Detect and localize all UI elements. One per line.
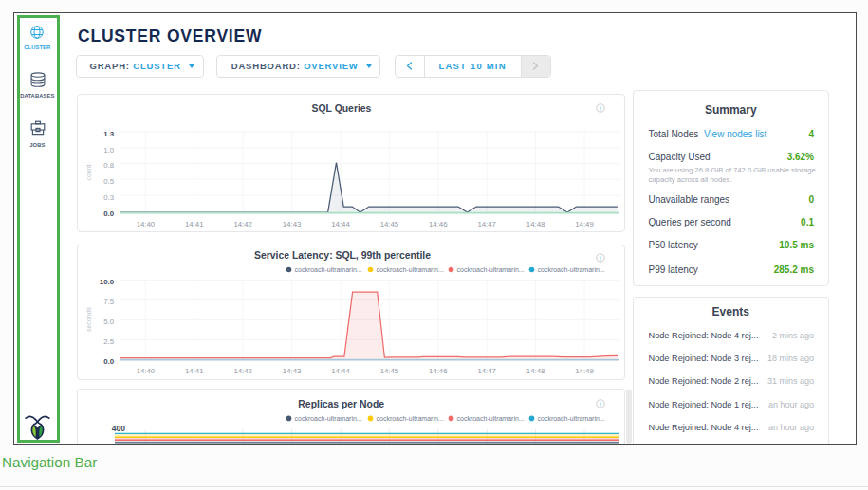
svg-text:14:49: 14:49 — [575, 220, 594, 228]
svg-text:14:41: 14:41 — [185, 367, 204, 375]
svg-text:1.3: 1.3 — [103, 129, 115, 137]
svg-text:count: count — [85, 164, 92, 180]
svg-text:Service Latency: SQL, 99th per: Service Latency: SQL, 99th percentile — [254, 250, 431, 261]
svg-text:SQL Queries: SQL Queries — [311, 103, 371, 114]
svg-text:0.3: 0.3 — [103, 192, 114, 201]
svg-text:i: i — [600, 255, 600, 262]
svg-text:Replicas per Node: Replicas per Node — [298, 398, 384, 408]
svg-text:14:46: 14:46 — [429, 367, 448, 375]
svg-text:1.0: 1.0 — [103, 145, 115, 154]
svg-text:0.8: 0.8 — [103, 161, 114, 170]
svg-text:cockroach-ultramarin...: cockroach-ultramarin... — [537, 414, 604, 421]
svg-text:cockroach-ultramarin...: cockroach-ultramarin... — [456, 414, 524, 421]
svg-text:10.0: 10.0 — [99, 278, 114, 286]
svg-text:14:45: 14:45 — [379, 367, 398, 375]
svg-text:seconds: seconds — [85, 306, 92, 332]
svg-text:5.0: 5.0 — [103, 317, 115, 325]
svg-text:cockroach-ultramarin...: cockroach-ultramarin... — [456, 266, 524, 273]
svg-text:14:47: 14:47 — [477, 220, 496, 228]
svg-text:0.0: 0.0 — [103, 356, 115, 365]
svg-text:14:42: 14:42 — [233, 367, 252, 375]
svg-text:0.0: 0.0 — [103, 209, 115, 217]
svg-text:14:46: 14:46 — [429, 220, 448, 228]
svg-text:14:48: 14:48 — [526, 367, 545, 375]
svg-text:cockroach-ultramarin...: cockroach-ultramarin... — [376, 266, 443, 273]
svg-text:cockroach-ultramarin...: cockroach-ultramarin... — [537, 266, 604, 273]
svg-text:7.5: 7.5 — [103, 298, 115, 306]
svg-text:14:48: 14:48 — [526, 220, 545, 228]
svg-text:i: i — [600, 105, 600, 112]
svg-text:14:40: 14:40 — [136, 220, 155, 228]
svg-text:cockroach-ultramarin...: cockroach-ultramarin... — [376, 414, 443, 421]
svg-text:400: 400 — [111, 423, 124, 432]
svg-text:cockroach-ultramarin...: cockroach-ultramarin... — [294, 266, 361, 273]
svg-text:14:43: 14:43 — [282, 220, 301, 228]
svg-text:i: i — [600, 401, 600, 408]
svg-text:14:43: 14:43 — [282, 367, 301, 375]
svg-text:14:40: 14:40 — [136, 367, 155, 375]
svg-text:14:49: 14:49 — [575, 367, 594, 375]
svg-text:0.5: 0.5 — [103, 176, 115, 185]
svg-text:14:45: 14:45 — [379, 220, 398, 228]
svg-text:14:44: 14:44 — [331, 367, 350, 375]
svg-text:cockroach-ultramarin...: cockroach-ultramarin... — [294, 414, 361, 421]
svg-text:2.5: 2.5 — [103, 336, 115, 345]
svg-text:14:41: 14:41 — [185, 220, 204, 228]
svg-text:14:42: 14:42 — [233, 220, 252, 228]
svg-text:14:47: 14:47 — [477, 367, 496, 375]
svg-text:14:44: 14:44 — [331, 220, 350, 228]
